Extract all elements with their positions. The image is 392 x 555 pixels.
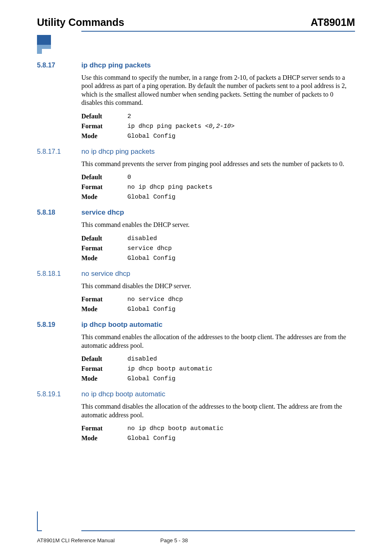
section-title: service dhcp: [81, 208, 124, 217]
label-default: Default: [81, 355, 127, 363]
label-format: Format: [81, 183, 127, 191]
table-row: Format no service dhcp: [81, 294, 355, 304]
label-format: Format: [81, 245, 127, 252]
section-title: no service dhcp: [81, 270, 130, 278]
section-5-8-19-1-heading: 5.8.19.1 no ip dhcp bootp automatic: [37, 390, 355, 398]
label-mode: Mode: [81, 375, 127, 382]
table-row: Default disabled: [81, 234, 355, 243]
value-format: no service dhcp: [127, 296, 183, 303]
table-row: Format ip dhcp ping packets <0,2-10>: [81, 121, 355, 131]
section-5-8-18-1-desc: This command disables the DHCP server.: [81, 282, 355, 290]
label-mode: Mode: [81, 254, 127, 262]
table-row: Mode Global Config: [81, 304, 355, 314]
footer-bracket-icon: [37, 511, 42, 531]
logo-icon: [37, 35, 355, 54]
section-5-8-19-1-desc: This command disables the allocation of …: [81, 402, 355, 419]
section-number: 5.8.18.1: [37, 270, 81, 278]
page-header: Utility Commands AT8901M: [37, 16, 355, 28]
section-number: 5.8.18: [37, 208, 81, 217]
page-footer: AT8901M CLI Reference Manual Page 5 - 38: [37, 537, 355, 543]
page: Utility Commands AT8901M 5.8.17 ip dhcp …: [0, 0, 392, 443]
table-row: Format service dhcp: [81, 243, 355, 253]
section-5-8-17-heading: 5.8.17 ip dhcp ping packets: [37, 61, 355, 69]
format-text: ip dhcp ping packets: [127, 123, 205, 130]
table-row: Default disabled: [81, 354, 355, 364]
table-row: Default 2: [81, 111, 355, 121]
section-5-8-18-heading: 5.8.18 service dhcp: [37, 208, 355, 217]
value-format: no ip dhcp bootp automatic: [127, 425, 224, 432]
label-format: Format: [81, 296, 127, 303]
section-5-8-18-1-table: Format no service dhcp Mode Global Confi…: [81, 294, 355, 314]
label-default: Default: [81, 173, 127, 181]
label-mode: Mode: [81, 435, 127, 442]
value-mode: Global Config: [127, 132, 175, 140]
section-5-8-19-desc: This command enables the allocation of t…: [81, 333, 355, 350]
label-format: Format: [81, 365, 127, 372]
table-row: Mode Global Config: [81, 253, 355, 263]
section-title: ip dhcp bootp automatic: [81, 321, 162, 329]
value-default: disabled: [127, 355, 157, 363]
label-mode: Mode: [81, 132, 127, 140]
label-mode: Mode: [81, 193, 127, 201]
section-5-8-19-table: Default disabled Format ip dhcp bootp au…: [81, 354, 355, 384]
value-format: service dhcp: [127, 245, 172, 252]
table-row: Mode Global Config: [81, 433, 355, 443]
section-number: 5.8.17: [37, 61, 81, 69]
section-5-8-17-1-heading: 5.8.17.1 no ip dhcp ping packets: [37, 148, 355, 156]
value-format: ip dhcp ping packets <0,2-10>: [127, 123, 235, 130]
section-5-8-17-table: Default 2 Format ip dhcp ping packets <0…: [81, 111, 355, 141]
section-5-8-18-desc: This command enables the DHCP server.: [81, 221, 355, 229]
section-title: no ip dhcp bootp automatic: [81, 390, 165, 398]
value-default: 0: [127, 173, 131, 181]
section-5-8-17-1-table: Default 0 Format no ip dhcp ping packets…: [81, 172, 355, 202]
label-default: Default: [81, 113, 127, 120]
section-5-8-19-1-table: Format no ip dhcp bootp automatic Mode G…: [81, 423, 355, 443]
header-right: AT8901M: [311, 16, 355, 28]
label-default: Default: [81, 235, 127, 242]
footer-page: Page 5 - 38: [160, 537, 188, 543]
section-5-8-19-heading: 5.8.19 ip dhcp bootp automatic: [37, 321, 355, 329]
value-mode: Global Config: [127, 435, 175, 442]
label-mode: Mode: [81, 305, 127, 313]
section-5-8-18-table: Default disabled Format service dhcp Mod…: [81, 234, 355, 263]
value-default: disabled: [127, 235, 157, 242]
table-row: Mode Global Config: [81, 192, 355, 202]
table-row: Format no ip dhcp bootp automatic: [81, 423, 355, 433]
value-mode: Global Config: [127, 375, 175, 382]
table-row: Mode Global Config: [81, 131, 355, 141]
table-row: Format no ip dhcp ping packets: [81, 182, 355, 192]
table-row: Format ip dhcp bootp automatic: [81, 364, 355, 374]
header-left: Utility Commands: [37, 16, 125, 28]
format-arg: <0,2-10>: [205, 123, 235, 130]
value-mode: Global Config: [127, 305, 175, 313]
label-format: Format: [81, 425, 127, 432]
value-format: no ip dhcp ping packets: [127, 183, 212, 191]
value-default: 2: [127, 113, 131, 120]
value-format: ip dhcp bootp automatic: [127, 365, 212, 372]
header-rule: [81, 31, 355, 32]
table-row: Default 0: [81, 172, 355, 182]
section-number: 5.8.17.1: [37, 148, 81, 156]
section-5-8-17-1-desc: This command prevents the server from pi…: [81, 160, 355, 168]
value-mode: Global Config: [127, 254, 175, 262]
section-number: 5.8.19: [37, 321, 81, 329]
section-title: ip dhcp ping packets: [81, 61, 151, 69]
footer-left: AT8901M CLI Reference Manual: [37, 537, 160, 543]
section-number: 5.8.19.1: [37, 390, 81, 398]
table-row: Mode Global Config: [81, 374, 355, 384]
value-mode: Global Config: [127, 193, 175, 201]
label-format: Format: [81, 123, 127, 130]
section-5-8-17-desc: Use this command to specify the number, …: [81, 74, 355, 107]
section-title: no ip dhcp ping packets: [81, 148, 155, 156]
section-5-8-18-1-heading: 5.8.18.1 no service dhcp: [37, 270, 355, 278]
